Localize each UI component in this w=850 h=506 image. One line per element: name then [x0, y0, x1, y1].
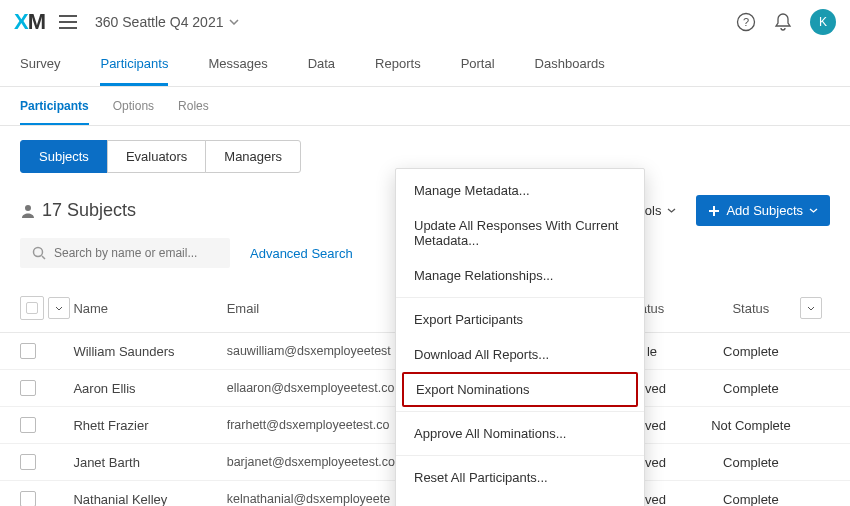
logo-x: X — [14, 9, 28, 35]
top-bar: XM 360 Seattle Q4 2021 ? K — [0, 0, 850, 44]
columns-dropdown[interactable] — [800, 297, 822, 319]
select-all-checkbox[interactable] — [20, 296, 44, 320]
column-status[interactable]: Status — [701, 301, 800, 316]
main-tab-messages[interactable]: Messages — [208, 44, 267, 86]
menu-item-manage-relationships[interactable]: Manage Relationships... — [396, 258, 644, 293]
pill-tab-managers[interactable]: Managers — [205, 140, 301, 173]
main-tab-portal[interactable]: Portal — [461, 44, 495, 86]
row-status: Complete — [701, 492, 800, 507]
select-dropdown[interactable] — [48, 297, 70, 319]
row-status: Not Complete — [701, 418, 800, 433]
project-selector[interactable]: 360 Seattle Q4 2021 — [95, 14, 239, 30]
add-subjects-label: Add Subjects — [726, 203, 803, 218]
row-name: Nathanial Kelley — [73, 492, 226, 507]
subjects-count: 17 Subjects — [20, 200, 136, 221]
menu-separator — [396, 297, 644, 298]
main-tab-dashboards[interactable]: Dashboards — [535, 44, 605, 86]
menu-item-reset-all-nominations[interactable]: Reset All Nominations... — [396, 495, 644, 506]
plus-icon — [708, 205, 720, 217]
row-status: Complete — [701, 455, 800, 470]
chevron-down-icon — [667, 208, 676, 213]
menu-item-update-all-responses-with-current-metadata[interactable]: Update All Responses With Current Metada… — [396, 208, 644, 258]
advanced-search-link[interactable]: Advanced Search — [250, 246, 353, 261]
logo[interactable]: XM — [14, 9, 45, 35]
sub-tab-roles[interactable]: Roles — [178, 99, 209, 125]
row-status: Complete — [701, 381, 800, 396]
tools-menu: Manage Metadata...Update All Responses W… — [395, 168, 645, 506]
project-name-label: 360 Seattle Q4 2021 — [95, 14, 223, 30]
search-box[interactable] — [20, 238, 230, 268]
add-subjects-button[interactable]: Add Subjects — [696, 195, 830, 226]
main-tab-survey[interactable]: Survey — [20, 44, 60, 86]
menu-item-approve-all-nominations[interactable]: Approve All Nominations... — [396, 416, 644, 451]
main-tab-reports[interactable]: Reports — [375, 44, 421, 86]
row-checkbox[interactable] — [20, 343, 36, 359]
menu-item-manage-metadata[interactable]: Manage Metadata... — [396, 173, 644, 208]
search-icon — [32, 246, 46, 260]
row-name: Rhett Frazier — [73, 418, 226, 433]
row-checkbox[interactable] — [20, 417, 36, 433]
row-checkbox[interactable] — [20, 380, 36, 396]
avatar[interactable]: K — [810, 9, 836, 35]
menu-item-export-participants[interactable]: Export Participants — [396, 302, 644, 337]
chevron-down-icon — [807, 306, 815, 311]
sub-tabs: ParticipantsOptionsRoles — [0, 87, 850, 126]
pill-tab-evaluators[interactable]: Evaluators — [107, 140, 206, 173]
menu-item-reset-all-participants[interactable]: Reset All Participants... — [396, 460, 644, 495]
chevron-down-icon — [55, 306, 63, 311]
search-input[interactable] — [54, 246, 218, 260]
row-checkbox[interactable] — [20, 454, 36, 470]
svg-point-2 — [34, 248, 43, 257]
bell-icon[interactable] — [774, 12, 792, 32]
chevron-down-icon — [229, 19, 239, 25]
row-checkbox[interactable] — [20, 491, 36, 506]
menu-icon[interactable] — [59, 15, 77, 29]
column-name[interactable]: Name — [73, 301, 226, 316]
avatar-letter: K — [819, 15, 827, 29]
help-icon[interactable]: ? — [736, 12, 756, 32]
row-name: Janet Barth — [73, 455, 226, 470]
sub-tab-participants[interactable]: Participants — [20, 99, 89, 125]
menu-item-download-all-reports[interactable]: Download All Reports... — [396, 337, 644, 372]
main-tab-data[interactable]: Data — [308, 44, 335, 86]
row-status: Complete — [701, 344, 800, 359]
chevron-down-icon — [809, 208, 818, 213]
menu-separator — [396, 455, 644, 456]
menu-separator — [396, 411, 644, 412]
subjects-count-label: 17 Subjects — [42, 200, 136, 221]
row-name: William Saunders — [73, 344, 226, 359]
menu-item-export-nominations[interactable]: Export Nominations — [402, 372, 638, 407]
row-name: Aaron Ellis — [73, 381, 226, 396]
main-tabs: SurveyParticipantsMessagesDataReportsPor… — [0, 44, 850, 87]
svg-text:?: ? — [743, 16, 749, 28]
main-tab-participants[interactable]: Participants — [100, 44, 168, 86]
pill-tab-subjects[interactable]: Subjects — [20, 140, 108, 173]
person-icon — [20, 203, 36, 219]
sub-tab-options[interactable]: Options — [113, 99, 154, 125]
logo-m: M — [28, 9, 45, 35]
